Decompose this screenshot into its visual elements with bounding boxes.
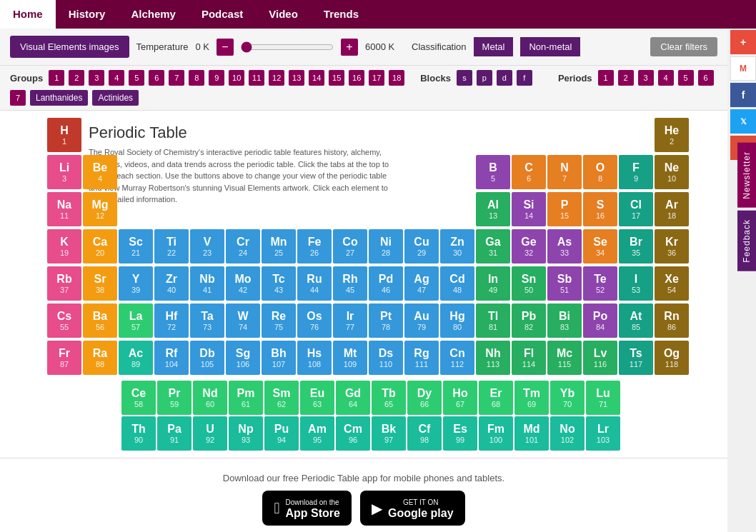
element-Sc[interactable]: Sc21 xyxy=(119,229,153,264)
facebook-icon-button[interactable]: f xyxy=(730,83,756,107)
element-Dy[interactable]: Dy66 xyxy=(407,381,442,415)
element-Ra[interactable]: Ra88 xyxy=(83,341,117,375)
element-Na[interactable]: Na11 xyxy=(47,192,81,226)
element-Bk[interactable]: Bk97 xyxy=(372,416,406,451)
element-Ts[interactable]: Ts117 xyxy=(619,341,653,375)
nonmetal-button[interactable]: Non-metal xyxy=(520,37,580,56)
element-Hg[interactable]: Hg80 xyxy=(440,303,474,338)
element-Fl[interactable]: Fl114 xyxy=(512,341,546,375)
element-Ds[interactable]: Ds110 xyxy=(369,341,403,375)
element-Tb[interactable]: Tb65 xyxy=(372,381,406,415)
element-Ag[interactable]: Ag47 xyxy=(404,266,439,301)
element-I[interactable]: I53 xyxy=(619,266,653,301)
element-Pa[interactable]: Pa91 xyxy=(157,416,192,451)
nav-history[interactable]: History xyxy=(56,0,119,29)
element-Xe[interactable]: Xe54 xyxy=(655,266,689,301)
element-Hf[interactable]: Hf72 xyxy=(154,303,189,338)
block-d-btn[interactable]: d xyxy=(497,70,512,86)
element-Co[interactable]: Co27 xyxy=(333,229,367,264)
element-Lv[interactable]: Lv116 xyxy=(583,341,617,375)
element-O[interactable]: O8 xyxy=(583,155,617,189)
period-4-btn[interactable]: 4 xyxy=(658,70,674,86)
period-6-btn[interactable]: 6 xyxy=(698,70,714,86)
lanthanides-btn[interactable]: Lanthanides xyxy=(30,90,88,106)
group-12-btn[interactable]: 12 xyxy=(269,70,284,86)
element-Br[interactable]: Br35 xyxy=(619,229,653,264)
period-5-btn[interactable]: 5 xyxy=(678,70,694,86)
group-9-btn[interactable]: 9 xyxy=(209,70,224,86)
element-Yb[interactable]: Yb70 xyxy=(550,381,585,415)
element-C[interactable]: C6 xyxy=(512,155,546,189)
element-Sn[interactable]: Sn50 xyxy=(512,266,546,301)
element-Ca[interactable]: Ca20 xyxy=(83,229,117,264)
element-Ga[interactable]: Ga31 xyxy=(476,229,510,264)
element-Ge[interactable]: Ge32 xyxy=(512,229,546,264)
element-Sg[interactable]: Sg106 xyxy=(226,341,260,375)
element-Rh[interactable]: Rh45 xyxy=(333,266,367,301)
element-Zr[interactable]: Zr40 xyxy=(154,266,189,301)
element-Cl[interactable]: Cl17 xyxy=(619,192,653,226)
appstore-button[interactable]:  Download on the App Store xyxy=(262,491,352,526)
period-2-btn[interactable]: 2 xyxy=(618,70,634,86)
group-6-btn[interactable]: 6 xyxy=(149,70,164,86)
group-8-btn[interactable]: 8 xyxy=(189,70,204,86)
element-Mc[interactable]: Mc115 xyxy=(547,341,582,375)
element-Be[interactable]: Be4 xyxy=(83,155,117,189)
googleplay-button[interactable]: ▶ GET IT ON Google play xyxy=(360,491,465,526)
element-Rn[interactable]: Rn86 xyxy=(655,303,689,338)
element-Ne[interactable]: Ne10 xyxy=(655,155,689,189)
temperature-slider[interactable] xyxy=(241,41,334,53)
group-2-btn[interactable]: 2 xyxy=(69,70,84,86)
element-Ar[interactable]: Ar18 xyxy=(655,192,689,226)
element-Gd[interactable]: Gd64 xyxy=(336,381,370,415)
element-Mo[interactable]: Mo42 xyxy=(226,266,260,301)
period-7-btn[interactable]: 7 xyxy=(10,90,26,106)
nav-alchemy[interactable]: Alchemy xyxy=(118,0,189,29)
element-Cu[interactable]: Cu29 xyxy=(404,229,439,264)
element-Si[interactable]: Si14 xyxy=(512,192,546,226)
visual-elements-button[interactable]: Visual Elements images xyxy=(10,36,129,58)
group-7-btn[interactable]: 7 xyxy=(169,70,184,86)
element-Bh[interactable]: Bh107 xyxy=(262,341,296,375)
element-Pm[interactable]: Pm61 xyxy=(229,381,263,415)
element-Cd[interactable]: Cd48 xyxy=(440,266,474,301)
element-Pb[interactable]: Pb82 xyxy=(512,303,546,338)
element-Am[interactable]: Am95 xyxy=(300,416,334,451)
group-5-btn[interactable]: 5 xyxy=(129,70,144,86)
element-Ni[interactable]: Ni28 xyxy=(369,229,403,264)
element-Og[interactable]: Og118 xyxy=(655,341,689,375)
element-Mg[interactable]: Mg12 xyxy=(83,192,117,226)
group-13-btn[interactable]: 13 xyxy=(289,70,304,86)
period-1-btn[interactable]: 1 xyxy=(598,70,614,86)
element-Md[interactable]: Md101 xyxy=(514,416,549,451)
group-17-btn[interactable]: 17 xyxy=(369,70,384,86)
group-18-btn[interactable]: 18 xyxy=(389,70,404,86)
element-U[interactable]: U92 xyxy=(193,416,227,451)
element-Sb[interactable]: Sb51 xyxy=(547,266,582,301)
element-Pu[interactable]: Pu94 xyxy=(264,416,299,451)
element-F[interactable]: F9 xyxy=(619,155,653,189)
element-Zn[interactable]: Zn30 xyxy=(440,229,474,264)
element-Li[interactable]: Li3 xyxy=(47,155,81,189)
element-Mn[interactable]: Mn25 xyxy=(262,229,296,264)
element-Sm[interactable]: Sm62 xyxy=(264,381,299,415)
element-Nd[interactable]: Nd60 xyxy=(193,381,227,415)
element-Cr[interactable]: Cr24 xyxy=(226,229,260,264)
element-Nb[interactable]: Nb41 xyxy=(190,266,224,301)
element-Rb[interactable]: Rb37 xyxy=(47,266,81,301)
block-s-btn[interactable]: s xyxy=(457,70,472,86)
element-Cs[interactable]: Cs55 xyxy=(47,303,81,338)
element-Eu[interactable]: Eu63 xyxy=(300,381,334,415)
element-Pt[interactable]: Pt78 xyxy=(369,303,403,338)
element-At[interactable]: At85 xyxy=(619,303,653,338)
element-B[interactable]: B5 xyxy=(476,155,510,189)
element-Th[interactable]: Th90 xyxy=(121,416,156,451)
element-Ru[interactable]: Ru44 xyxy=(297,266,332,301)
element-Se[interactable]: Se34 xyxy=(583,229,617,264)
element-Tm[interactable]: Tm69 xyxy=(514,381,549,415)
element-Y[interactable]: Y39 xyxy=(119,266,153,301)
temp-plus-button[interactable]: + xyxy=(341,39,358,56)
newsletter-tab[interactable]: Newsletter xyxy=(737,143,756,208)
element-Cn[interactable]: Cn112 xyxy=(440,341,474,375)
clear-filters-button[interactable]: Clear filters xyxy=(650,37,717,56)
